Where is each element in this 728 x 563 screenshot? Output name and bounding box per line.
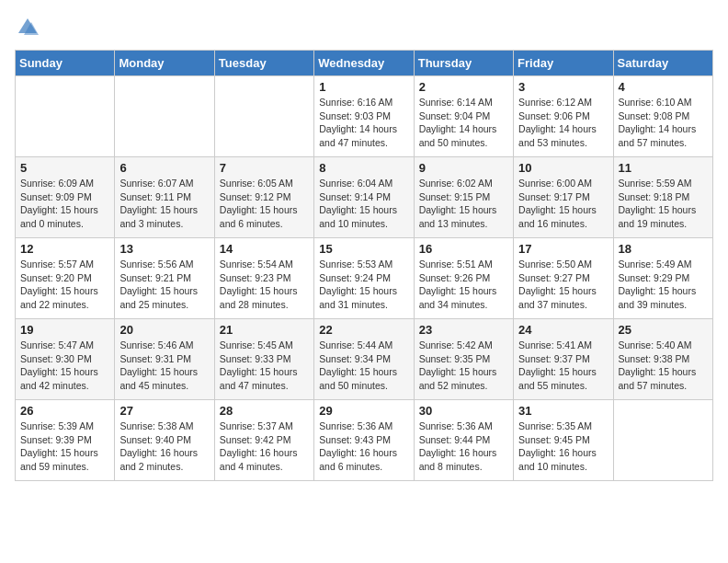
calendar-cell: 13Sunrise: 5:56 AMSunset: 9:21 PMDayligh… [115, 238, 214, 319]
calendar-cell: 16Sunrise: 5:51 AMSunset: 9:26 PMDayligh… [414, 238, 513, 319]
calendar-table: SundayMondayTuesdayWednesdayThursdayFrid… [15, 50, 713, 481]
header-friday: Friday [514, 51, 613, 76]
calendar-cell: 9Sunrise: 6:02 AMSunset: 9:15 PMDaylight… [414, 157, 513, 238]
week-row-1: 1Sunrise: 6:16 AMSunset: 9:03 PMDaylight… [16, 76, 713, 157]
day-number: 20 [119, 323, 209, 337]
day-info: Sunrise: 5:56 AMSunset: 9:21 PMDaylight:… [119, 258, 209, 312]
day-number: 5 [20, 161, 109, 175]
day-number: 14 [220, 242, 309, 256]
day-number: 2 [419, 80, 508, 94]
calendar-cell: 21Sunrise: 5:45 AMSunset: 9:33 PMDayligh… [214, 319, 313, 400]
day-info: Sunrise: 5:42 AMSunset: 9:35 PMDaylight:… [419, 339, 508, 393]
day-info: Sunrise: 5:59 AMSunset: 9:18 PMDaylight:… [619, 177, 708, 231]
day-info: Sunrise: 6:07 AMSunset: 9:11 PMDaylight:… [119, 177, 209, 231]
page-header [15, 15, 713, 40]
header-thursday: Thursday [414, 51, 513, 76]
day-number: 17 [518, 242, 608, 256]
logo-icon [15, 15, 40, 40]
day-number: 21 [220, 323, 309, 337]
day-number: 22 [319, 323, 408, 337]
calendar-cell [16, 76, 115, 157]
calendar-cell: 26Sunrise: 5:39 AMSunset: 9:39 PMDayligh… [16, 400, 115, 481]
calendar-cell: 30Sunrise: 5:36 AMSunset: 9:44 PMDayligh… [414, 400, 513, 481]
day-number: 1 [319, 80, 408, 94]
calendar-cell: 31Sunrise: 5:35 AMSunset: 9:45 PMDayligh… [514, 400, 613, 481]
calendar-cell: 20Sunrise: 5:46 AMSunset: 9:31 PMDayligh… [115, 319, 214, 400]
day-info: Sunrise: 5:45 AMSunset: 9:33 PMDaylight:… [220, 339, 309, 393]
day-info: Sunrise: 5:36 AMSunset: 9:43 PMDaylight:… [319, 419, 408, 474]
calendar-cell: 22Sunrise: 5:44 AMSunset: 9:34 PMDayligh… [314, 319, 414, 400]
day-info: Sunrise: 6:14 AMSunset: 9:04 PMDaylight:… [419, 96, 508, 150]
calendar-cell: 28Sunrise: 5:37 AMSunset: 9:42 PMDayligh… [214, 400, 313, 481]
day-number: 11 [619, 161, 708, 175]
day-info: Sunrise: 6:04 AMSunset: 9:14 PMDaylight:… [319, 177, 408, 231]
calendar-cell: 6Sunrise: 6:07 AMSunset: 9:11 PMDaylight… [115, 157, 214, 238]
day-info: Sunrise: 5:53 AMSunset: 9:24 PMDaylight:… [319, 258, 408, 312]
day-number: 13 [119, 242, 209, 256]
header-monday: Monday [115, 51, 214, 76]
calendar-cell: 24Sunrise: 5:41 AMSunset: 9:37 PMDayligh… [514, 319, 613, 400]
day-info: Sunrise: 6:16 AMSunset: 9:03 PMDaylight:… [319, 96, 408, 150]
day-number: 26 [20, 404, 109, 418]
day-number: 24 [518, 323, 608, 337]
day-number: 31 [518, 404, 608, 418]
day-number: 27 [119, 404, 209, 418]
calendar-cell: 11Sunrise: 5:59 AMSunset: 9:18 PMDayligh… [613, 157, 712, 238]
day-info: Sunrise: 5:44 AMSunset: 9:34 PMDaylight:… [319, 339, 408, 393]
logo [15, 15, 44, 40]
day-number: 7 [220, 161, 309, 175]
calendar-cell [214, 76, 313, 157]
calendar-cell [613, 400, 712, 481]
day-info: Sunrise: 5:54 AMSunset: 9:23 PMDaylight:… [220, 258, 309, 312]
day-info: Sunrise: 6:10 AMSunset: 9:08 PMDaylight:… [619, 96, 708, 150]
day-info: Sunrise: 5:51 AMSunset: 9:26 PMDaylight:… [419, 258, 508, 312]
calendar-cell: 23Sunrise: 5:42 AMSunset: 9:35 PMDayligh… [414, 319, 513, 400]
calendar-cell: 29Sunrise: 5:36 AMSunset: 9:43 PMDayligh… [314, 400, 414, 481]
day-info: Sunrise: 5:38 AMSunset: 9:40 PMDaylight:… [119, 419, 209, 474]
week-row-5: 26Sunrise: 5:39 AMSunset: 9:39 PMDayligh… [16, 400, 713, 481]
calendar-cell: 2Sunrise: 6:14 AMSunset: 9:04 PMDaylight… [414, 76, 513, 157]
day-info: Sunrise: 5:37 AMSunset: 9:42 PMDaylight:… [220, 419, 309, 474]
day-number: 6 [119, 161, 209, 175]
week-row-3: 12Sunrise: 5:57 AMSunset: 9:20 PMDayligh… [16, 238, 713, 319]
day-number: 19 [20, 323, 109, 337]
day-number: 10 [518, 161, 608, 175]
calendar-cell: 15Sunrise: 5:53 AMSunset: 9:24 PMDayligh… [314, 238, 414, 319]
day-number: 4 [619, 80, 708, 94]
day-info: Sunrise: 5:57 AMSunset: 9:20 PMDaylight:… [20, 258, 109, 312]
day-number: 8 [319, 161, 408, 175]
calendar-cell: 27Sunrise: 5:38 AMSunset: 9:40 PMDayligh… [115, 400, 214, 481]
header-sunday: Sunday [16, 51, 115, 76]
calendar-cell: 3Sunrise: 6:12 AMSunset: 9:06 PMDaylight… [514, 76, 613, 157]
day-info: Sunrise: 5:39 AMSunset: 9:39 PMDaylight:… [20, 419, 109, 474]
day-info: Sunrise: 6:00 AMSunset: 9:17 PMDaylight:… [518, 177, 608, 231]
day-info: Sunrise: 5:47 AMSunset: 9:30 PMDaylight:… [20, 339, 109, 393]
day-number: 25 [619, 323, 708, 337]
day-info: Sunrise: 6:02 AMSunset: 9:15 PMDaylight:… [419, 177, 508, 231]
day-number: 23 [419, 323, 508, 337]
calendar-header-row: SundayMondayTuesdayWednesdayThursdayFrid… [16, 51, 713, 76]
calendar-cell: 8Sunrise: 6:04 AMSunset: 9:14 PMDaylight… [314, 157, 414, 238]
calendar-cell: 18Sunrise: 5:49 AMSunset: 9:29 PMDayligh… [613, 238, 712, 319]
day-info: Sunrise: 5:46 AMSunset: 9:31 PMDaylight:… [119, 339, 209, 393]
calendar-cell: 5Sunrise: 6:09 AMSunset: 9:09 PMDaylight… [16, 157, 115, 238]
day-number: 12 [20, 242, 109, 256]
day-info: Sunrise: 5:41 AMSunset: 9:37 PMDaylight:… [518, 339, 608, 393]
day-info: Sunrise: 5:35 AMSunset: 9:45 PMDaylight:… [518, 419, 608, 474]
day-number: 29 [319, 404, 408, 418]
day-number: 3 [518, 80, 608, 94]
calendar-cell: 7Sunrise: 6:05 AMSunset: 9:12 PMDaylight… [214, 157, 313, 238]
calendar-cell: 25Sunrise: 5:40 AMSunset: 9:38 PMDayligh… [613, 319, 712, 400]
calendar-cell: 10Sunrise: 6:00 AMSunset: 9:17 PMDayligh… [514, 157, 613, 238]
calendar-cell [115, 76, 214, 157]
calendar-cell: 4Sunrise: 6:10 AMSunset: 9:08 PMDaylight… [613, 76, 712, 157]
week-row-2: 5Sunrise: 6:09 AMSunset: 9:09 PMDaylight… [16, 157, 713, 238]
calendar-cell: 19Sunrise: 5:47 AMSunset: 9:30 PMDayligh… [16, 319, 115, 400]
calendar-cell: 17Sunrise: 5:50 AMSunset: 9:27 PMDayligh… [514, 238, 613, 319]
day-number: 15 [319, 242, 408, 256]
day-number: 30 [419, 404, 508, 418]
week-row-4: 19Sunrise: 5:47 AMSunset: 9:30 PMDayligh… [16, 319, 713, 400]
day-number: 9 [419, 161, 508, 175]
day-info: Sunrise: 5:50 AMSunset: 9:27 PMDaylight:… [518, 258, 608, 312]
calendar-cell: 1Sunrise: 6:16 AMSunset: 9:03 PMDaylight… [314, 76, 414, 157]
